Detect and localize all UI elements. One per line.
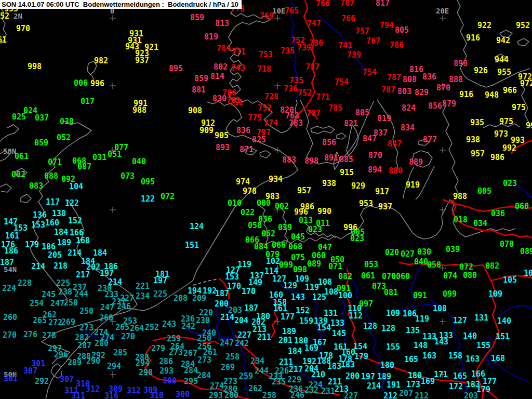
station-value: 243 <box>162 322 176 327</box>
station-value: 020 <box>385 250 399 256</box>
station-value: 276 <box>23 332 37 338</box>
station-value: 736 <box>309 41 323 46</box>
station-value: 242 <box>235 341 249 347</box>
station-value: 273 <box>169 350 183 355</box>
station-value: 099 <box>279 262 293 268</box>
station-value: 214 <box>31 264 45 270</box>
station-value: 183 <box>341 362 355 368</box>
title-text: SON 14.01.07 06:00 UTC Bodenwettermeldun… <box>2 1 238 8</box>
station-value: 149 <box>248 280 262 286</box>
station-value: 163 <box>422 353 436 359</box>
station-value: 211 <box>257 335 271 340</box>
station-value: 131 <box>324 311 338 316</box>
station-value: 154 <box>317 325 331 331</box>
station-value: 859 <box>190 15 204 21</box>
station-value: 934 <box>269 177 283 182</box>
station-value: 059 <box>34 140 48 146</box>
station-value: 816 <box>409 67 423 73</box>
station-value: 908 <box>188 108 202 114</box>
station-value: 894 <box>368 167 382 173</box>
station-value: 771 <box>316 95 330 100</box>
station-value: 119 <box>237 262 251 268</box>
station-value: 131 <box>474 315 488 321</box>
station-value: 905 <box>215 133 229 139</box>
station-value: 047 <box>318 245 332 250</box>
station-value: 272 <box>48 320 62 326</box>
station-value: 202 <box>86 264 100 270</box>
station-value: 953 <box>359 201 373 207</box>
station-value: 127 <box>453 318 467 324</box>
station-value: 039 <box>278 225 292 231</box>
station-value: 070 <box>500 242 514 247</box>
station-value: 170 <box>227 284 241 289</box>
station-value: 109 <box>295 276 309 282</box>
station-value: 151 <box>185 243 199 248</box>
station-value: 270 <box>3 332 17 338</box>
station-value: 005 <box>477 189 491 194</box>
station-value: 153 <box>31 222 45 228</box>
station-value: 117 <box>46 200 60 205</box>
station-value: 917 <box>375 189 389 195</box>
station-value: 204 <box>234 318 248 324</box>
station-value: 108 <box>318 280 332 285</box>
station-value: 058 <box>427 262 441 268</box>
station-value: 172 <box>449 384 463 390</box>
station-value: 153 <box>14 225 28 231</box>
station-value: 060 <box>312 253 326 259</box>
station-value: 166 <box>70 230 84 236</box>
station-value: 119 <box>415 316 429 322</box>
station-value: 071 <box>48 159 62 165</box>
station-value: 786 <box>390 43 404 48</box>
station-value: 935 <box>470 120 484 126</box>
station-value: 189 <box>57 240 71 246</box>
station-value: 087 <box>77 164 91 170</box>
station-value: 298 <box>139 370 153 376</box>
station-value: 209 <box>192 296 206 301</box>
station-value: 836 <box>422 74 436 80</box>
station-value: 785 <box>328 105 342 111</box>
station-value: 231 <box>321 389 335 394</box>
station-value: 973 <box>494 131 508 137</box>
station-value: 802 <box>214 64 228 70</box>
station-value: 294 <box>107 364 121 369</box>
station-value: 254 <box>30 301 44 307</box>
station-value: 952 <box>516 23 530 29</box>
station-value: 766 <box>341 16 355 22</box>
station-value: 112 <box>349 313 363 319</box>
station-value: 097 <box>359 301 373 307</box>
station-value: 938 <box>322 181 336 187</box>
station-value: 975 <box>512 105 526 111</box>
station-value: 247 <box>100 305 114 311</box>
station-value: 017 <box>81 99 95 104</box>
station-value: 201 <box>278 338 292 343</box>
station-value: 060 <box>396 274 410 280</box>
station-value: 293 <box>209 393 223 398</box>
station-value: 269 <box>221 365 235 370</box>
station-value: 311 <box>71 393 85 399</box>
station-value: 082 <box>338 274 352 280</box>
station-value: 125 <box>312 295 326 300</box>
station-value: 081 <box>384 290 398 296</box>
station-value: 988 <box>132 108 147 113</box>
station-value: 105 <box>524 271 532 276</box>
station-value: 280 <box>224 393 238 398</box>
station-value: 307 <box>60 377 74 382</box>
station-value: 072 <box>161 194 175 200</box>
station-value: 091 <box>413 293 427 299</box>
station-value: 238 <box>58 289 72 295</box>
station-value: 179 <box>354 354 368 360</box>
station-value: 753 <box>259 52 273 58</box>
station-value: 234 <box>250 358 264 364</box>
station-value: 300 <box>163 378 177 384</box>
station-value: 039 <box>446 247 460 252</box>
station-value: 774 <box>264 121 278 126</box>
station-value: 240 <box>202 330 216 336</box>
station-value: 025 <box>12 114 26 120</box>
station-value: 170 <box>242 289 256 295</box>
station-value: 891 <box>324 155 338 161</box>
station-value: 978 <box>243 189 257 194</box>
station-value: 819 <box>377 116 391 122</box>
station-value: 018 <box>454 217 468 223</box>
station-value: 186 <box>4 248 18 254</box>
station-value: 214 <box>68 250 82 256</box>
